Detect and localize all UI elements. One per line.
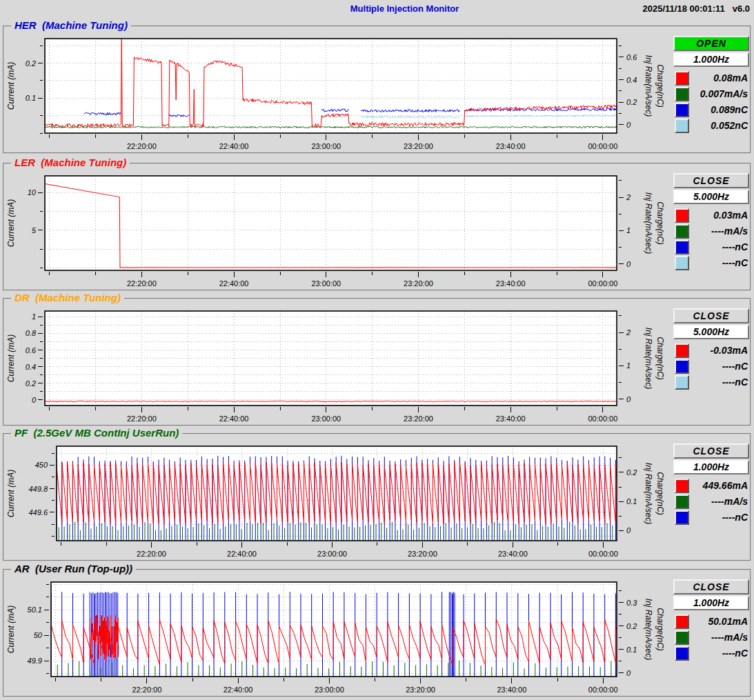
panel-pf: PF (2.5GeV MB ContInj UserRun) 449.6449.… xyxy=(3,433,751,561)
legend-row-charge-a: ----nC xyxy=(673,359,749,374)
charge-a-value: ----nC xyxy=(722,359,748,373)
legend-row-inj-rate: 0.007mA/s xyxy=(673,87,749,101)
svg-text:449.8: 449.8 xyxy=(28,485,48,493)
legend-row-current: 0.08mA xyxy=(673,71,749,86)
window-header: Multiple Injection Monitor 2025/11/18 00… xyxy=(0,0,754,19)
version: v6.0 xyxy=(733,3,750,14)
svg-text:00:00:00: 00:00:00 xyxy=(588,550,618,558)
svg-text:22:20:00: 22:20:00 xyxy=(127,414,157,423)
injection-rate-pf: 1.000Hz xyxy=(673,460,749,474)
current-swatch xyxy=(675,71,689,86)
inj-rate-swatch xyxy=(675,87,689,101)
svg-text:0.8: 0.8 xyxy=(26,329,37,337)
svg-text:0.1: 0.1 xyxy=(626,497,637,506)
legend-row-charge-b: ----nC xyxy=(673,375,749,390)
charge-a-swatch xyxy=(675,240,689,254)
panel-her: HER (Machine Tuning) 0.10.200.20.40.622:… xyxy=(3,26,751,154)
svg-text:50: 50 xyxy=(34,631,43,639)
chart-pf: 449.6449.845000.10.222:20:0022:40:0023:0… xyxy=(4,434,673,563)
svg-text:10: 10 xyxy=(28,188,37,197)
charge-a-value: ----nC xyxy=(722,240,748,254)
right-axis-title-charge: Charge(nC) xyxy=(655,337,665,380)
svg-text:22:20:00: 22:20:00 xyxy=(127,279,157,288)
svg-text:1: 1 xyxy=(626,226,631,234)
legend-row-current: 0.03mA xyxy=(673,208,749,223)
legend-row-charge-a: ----nC xyxy=(673,240,749,254)
svg-text:0: 0 xyxy=(32,396,37,404)
panel-controls-ler: CLOSE 5.000Hz 0.03mA----mA/s----nC----nC xyxy=(673,164,749,290)
inj-rate-value: 0.007mA/s xyxy=(700,87,748,101)
injection-rate-her: 1.000Hz xyxy=(673,52,749,67)
datetime: 2025/11/18 00:01:11 xyxy=(643,3,725,14)
panel-title-ar: AR (User Run (Top-up)) xyxy=(11,563,136,574)
svg-text:22:40:00: 22:40:00 xyxy=(219,142,249,150)
panel-ler: LER (Machine Tuning) 51001222:20:0022:40… xyxy=(3,163,751,291)
svg-text:22:40:00: 22:40:00 xyxy=(224,686,253,694)
chart-dr: 00.20.40.60.8101222:20:0022:40:0023:00:0… xyxy=(4,299,673,428)
right-axis-title-injrate: Inj Rate(mA/sec) xyxy=(644,463,653,524)
panel-title-her: HER (Machine Tuning) xyxy=(11,19,131,31)
shutter-status-button-pf[interactable]: CLOSE xyxy=(673,443,749,459)
svg-text:0.2: 0.2 xyxy=(626,468,637,477)
right-axis-title-injrate: Inj Rate(mA/sec) xyxy=(644,328,653,389)
svg-text:0.2: 0.2 xyxy=(626,622,637,630)
svg-text:0: 0 xyxy=(626,260,631,268)
legend-row-charge-b: 0.052nC xyxy=(673,119,749,133)
svg-text:23:20:00: 23:20:00 xyxy=(404,279,433,288)
legend-row-inj-rate: ----mA/s xyxy=(673,494,749,509)
injection-rate-ar: 1.000Hz xyxy=(673,596,749,610)
svg-text:23:00:00: 23:00:00 xyxy=(311,279,341,288)
charge-a-value: ----nC xyxy=(722,510,748,524)
left-axis-title: Current (mA) xyxy=(6,470,16,517)
svg-text:450: 450 xyxy=(35,461,48,469)
svg-text:0: 0 xyxy=(626,526,631,534)
panel-dr: DR (Machine Tuning) 00.20.40.60.8101222:… xyxy=(3,298,751,426)
svg-text:22:20:00: 22:20:00 xyxy=(137,550,166,558)
svg-text:23:20:00: 23:20:00 xyxy=(408,550,437,558)
svg-text:49.9: 49.9 xyxy=(28,657,42,665)
plot-area xyxy=(51,582,617,677)
charge-b-value: ----nC xyxy=(722,375,748,389)
chart-ar: 49.95050.100.10.20.322:20:0022:40:0023:0… xyxy=(4,570,673,699)
injection-rate-dr: 5.000Hz xyxy=(673,325,749,339)
legend-row-charge-a: 0.089nC xyxy=(673,103,749,117)
svg-text:22:40:00: 22:40:00 xyxy=(219,279,249,288)
svg-text:0: 0 xyxy=(626,395,631,403)
legend-row-inj-rate: ----mA/s xyxy=(673,224,749,239)
svg-text:1: 1 xyxy=(32,312,36,321)
svg-text:22:20:00: 22:20:00 xyxy=(132,686,161,694)
svg-text:0: 0 xyxy=(626,669,631,677)
svg-text:23:20:00: 23:20:00 xyxy=(404,142,433,150)
svg-text:00:00:00: 00:00:00 xyxy=(588,414,617,423)
svg-text:0.4: 0.4 xyxy=(626,76,637,84)
legend-row-charge-b: ----nC xyxy=(673,256,749,270)
svg-text:0.1: 0.1 xyxy=(626,646,637,654)
charge-b-swatch xyxy=(675,375,689,390)
svg-text:2: 2 xyxy=(626,328,631,337)
svg-text:0.2: 0.2 xyxy=(26,379,36,388)
svg-text:0.6: 0.6 xyxy=(626,53,637,61)
panel-title-pf: PF (2.5GeV MB ContInj UserRun) xyxy=(11,427,182,439)
chart-her: 0.10.200.20.40.622:20:0022:40:0023:00:00… xyxy=(4,27,673,155)
svg-text:22:40:00: 22:40:00 xyxy=(219,414,249,423)
svg-text:23:00:00: 23:00:00 xyxy=(315,686,344,694)
charge-b-swatch xyxy=(675,256,689,270)
svg-text:449.6: 449.6 xyxy=(28,508,48,517)
left-axis-title: Current (mA) xyxy=(6,62,16,110)
svg-text:23:00:00: 23:00:00 xyxy=(311,142,341,150)
shutter-status-button-ler[interactable]: CLOSE xyxy=(673,173,749,188)
svg-text:23:40:00: 23:40:00 xyxy=(496,414,526,423)
panel-controls-dr: CLOSE 5.000Hz -0.03mA----nC----nC xyxy=(673,299,749,425)
panel-controls-her: OPEN 1.000Hz 0.08mA0.007mA/s0.089nC0.052… xyxy=(673,27,749,152)
charge-a-swatch xyxy=(675,103,689,117)
legend-row-inj-rate: ----mA/s xyxy=(673,630,749,645)
svg-text:0.1: 0.1 xyxy=(26,94,36,102)
current-swatch xyxy=(675,208,689,223)
chart-ler: 51001222:20:0022:40:0023:00:0023:20:0023… xyxy=(4,164,673,292)
shutter-status-button-dr[interactable]: CLOSE xyxy=(673,308,749,323)
shutter-status-button-her[interactable]: OPEN xyxy=(673,36,749,51)
right-axis-title-injrate: Inj Rate(mA/sec) xyxy=(644,55,653,117)
inj-rate-swatch xyxy=(675,224,689,239)
shutter-status-button-ar[interactable]: CLOSE xyxy=(673,579,749,594)
datetime-version: 2025/11/18 00:01:11 v6.0 xyxy=(643,3,750,14)
